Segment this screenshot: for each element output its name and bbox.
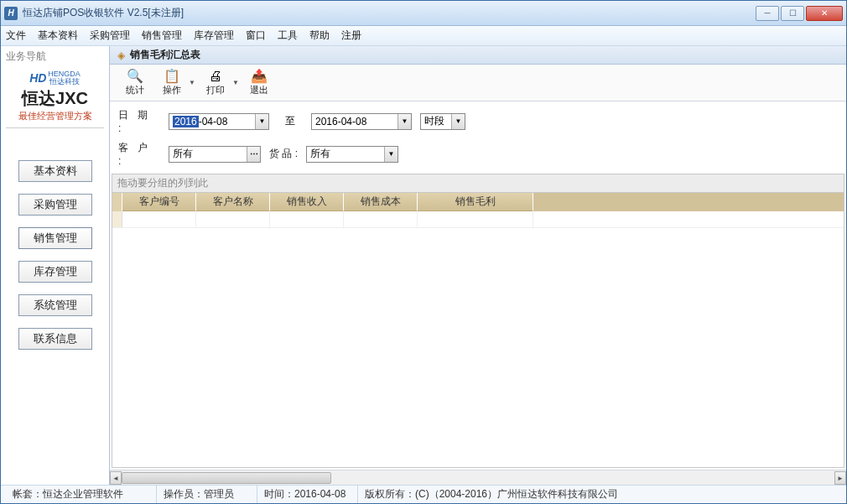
logo-sub: 最佳经营管理方案	[6, 110, 104, 128]
date-from-input[interactable]: 2016-04-08 ▼	[169, 113, 269, 130]
period-combo[interactable]: 时段 ▼	[420, 113, 465, 130]
menu-sales[interactable]: 销售管理	[142, 29, 182, 43]
toolbar: 🔍 统计 📋 操作 ▼ 🖨 打印 ▼ 📤 退出	[110, 65, 846, 101]
goods-combo[interactable]: 所有 ▼	[306, 146, 398, 163]
printer-icon: 🖨	[209, 69, 222, 84]
status-account: 帐套：恒达企业管理软件	[6, 486, 157, 503]
menu-purchase[interactable]: 采购管理	[90, 29, 130, 43]
magnify-icon: 🔍	[127, 69, 143, 84]
window-title: 恒达店铺POS收银软件 V2.5[未注册]	[23, 6, 756, 20]
maximize-button[interactable]: ☐	[781, 6, 804, 21]
tool-operate[interactable]: 📋 操作	[155, 66, 189, 100]
scroll-left-arrow[interactable]: ◄	[110, 471, 122, 485]
filter-row-customer: 客 户 : 所有 ⋯ 货 品 : 所有 ▼	[118, 141, 838, 167]
status-operator: 操作员：管理员	[157, 486, 257, 503]
nav-sales[interactable]: 销售管理	[18, 227, 92, 249]
label-goods: 货 品 :	[269, 147, 298, 161]
menu-stock[interactable]: 库存管理	[194, 29, 234, 43]
menu-register[interactable]: 注册	[341, 29, 361, 43]
grid-header: 客户编号 客户名称 销售收入 销售成本 销售毛利	[112, 193, 844, 211]
grid-body[interactable]	[112, 211, 844, 467]
tool-exit[interactable]: 📤 退出	[242, 66, 276, 100]
titlebar: H 恒达店铺POS收银软件 V2.5[未注册] ─ ☐ ✕	[1, 1, 846, 26]
menubar: 文件 基本资料 采购管理 销售管理 库存管理 窗口 工具 帮助 注册	[1, 26, 846, 46]
tool-print[interactable]: 🖨 打印	[199, 66, 232, 100]
ellipsis-icon[interactable]: ⋯	[247, 147, 260, 162]
chevron-down-icon[interactable]: ▼	[451, 114, 465, 129]
col-customer-name[interactable]: 客户名称	[196, 193, 270, 211]
date-to-input[interactable]: 2016-04-08 ▼	[311, 113, 412, 130]
col-revenue[interactable]: 销售收入	[270, 193, 344, 211]
window-controls: ─ ☐ ✕	[756, 6, 843, 21]
tab-title: 销售毛利汇总表	[130, 48, 200, 62]
customer-combo[interactable]: 所有 ⋯	[169, 146, 261, 163]
report-icon: ◈	[115, 49, 127, 61]
filter-row-date: 日 期 : 2016-04-08 ▼ 至 2016-04-08 ▼ 时段 ▼	[118, 108, 838, 134]
logo-main: 恒达JXC	[6, 87, 104, 110]
data-grid: 拖动要分组的列到此 客户编号 客户名称 销售收入 销售成本 销售毛利	[112, 174, 844, 468]
filter-area: 日 期 : 2016-04-08 ▼ 至 2016-04-08 ▼ 时段 ▼	[110, 101, 846, 170]
nav-system[interactable]: 系统管理	[18, 294, 92, 316]
exit-icon: 📤	[251, 69, 268, 84]
menu-help[interactable]: 帮助	[309, 29, 330, 43]
label-date: 日 期 :	[118, 108, 160, 134]
app-window: H 恒达店铺POS收银软件 V2.5[未注册] ─ ☐ ✕ 文件 基本资料 采购…	[0, 0, 847, 504]
menu-basic[interactable]: 基本资料	[38, 29, 78, 43]
chevron-down-icon[interactable]: ▼	[384, 147, 398, 162]
app-icon: H	[4, 7, 18, 20]
table-row[interactable]	[112, 211, 844, 228]
nav-basic[interactable]: 基本资料	[18, 160, 92, 182]
close-button[interactable]: ✕	[806, 6, 843, 21]
minimize-button[interactable]: ─	[756, 6, 779, 21]
horizontal-scrollbar[interactable]: ◄ ►	[110, 470, 846, 485]
col-cost[interactable]: 销售成本	[344, 193, 418, 211]
main-panel: ◈ 销售毛利汇总表 🔍 统计 📋 操作 ▼ 🖨 打印 ▼	[110, 46, 846, 485]
nav-stock[interactable]: 库存管理	[18, 261, 92, 283]
chevron-down-icon[interactable]: ▼	[255, 114, 268, 129]
row-selector-header	[112, 193, 122, 211]
col-profit[interactable]: 销售毛利	[418, 193, 533, 211]
scroll-thumb[interactable]	[122, 472, 331, 484]
sidebar: 业务导航 HD HENGDA 恒达科技 恒达JXC 最佳经营管理方案 基本资料 …	[1, 46, 110, 485]
nav-purchase[interactable]: 采购管理	[18, 194, 92, 216]
logo-brand: HD HENGDA 恒达科技	[6, 70, 104, 86]
status-time: 时间：2016-04-08	[257, 486, 358, 503]
group-hint[interactable]: 拖动要分组的列到此	[112, 174, 844, 193]
chevron-down-icon[interactable]: ▼	[189, 79, 195, 86]
tab-header: ◈ 销售毛利汇总表	[110, 46, 846, 65]
label-to: 至	[278, 114, 303, 128]
chevron-down-icon[interactable]: ▼	[398, 114, 411, 129]
col-customer-id[interactable]: 客户编号	[122, 193, 196, 211]
sidebar-title: 业务导航	[1, 46, 109, 67]
logo: HD HENGDA 恒达科技 恒达JXC 最佳经营管理方案	[1, 67, 109, 135]
nav-contact[interactable]: 联系信息	[18, 328, 92, 350]
tool-stats[interactable]: 🔍 统计	[118, 66, 152, 100]
scroll-right-arrow[interactable]: ►	[834, 471, 846, 485]
statusbar: 帐套：恒达企业管理软件 操作员：管理员 时间：2016-04-08 版权所有：(…	[1, 485, 846, 503]
chevron-down-icon[interactable]: ▼	[232, 79, 239, 86]
menu-file[interactable]: 文件	[6, 29, 26, 43]
menu-window[interactable]: 窗口	[246, 29, 266, 43]
nav-list: 基本资料 采购管理 销售管理 库存管理 系统管理 联系信息	[1, 135, 109, 350]
menu-tools[interactable]: 工具	[278, 29, 298, 43]
body-area: 业务导航 HD HENGDA 恒达科技 恒达JXC 最佳经营管理方案 基本资料 …	[1, 46, 846, 485]
row-selector[interactable]	[112, 211, 122, 227]
clipboard-icon: 📋	[164, 69, 180, 84]
label-customer: 客 户 :	[118, 141, 160, 167]
status-copyright: 版权所有：(C)（2004-2016）广州恒达软件科技有限公司	[358, 486, 625, 503]
